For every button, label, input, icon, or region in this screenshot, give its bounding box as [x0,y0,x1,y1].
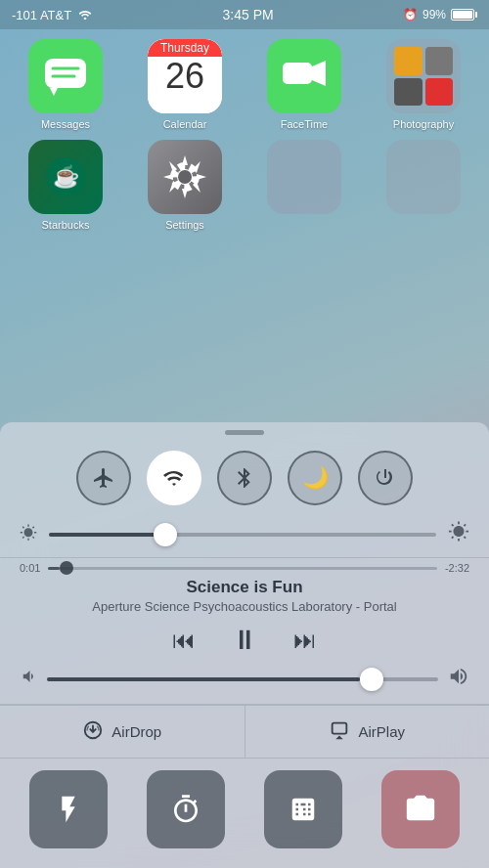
status-time: 3:45 PM [223,7,274,22]
music-previous-button[interactable]: ⏮ [172,627,196,654]
brightness-track[interactable] [49,533,436,537]
carrier-label: -101 AT&T [12,8,71,22]
bluetooth-toggle-button[interactable] [217,451,272,505]
calculator-button[interactable] [264,770,342,848]
photography-folder-icon [386,39,461,113]
do-not-disturb-button[interactable]: 🌙 [288,451,342,505]
app-photography-label: Photography [393,118,454,130]
app-settings-label: Settings [165,219,204,231]
calendar-day: 26 [165,57,204,96]
status-right: ⏰ 99% [403,8,477,22]
toggle-row: 🌙 [0,439,489,517]
app-starbucks[interactable]: ☕ Starbucks [8,140,123,231]
calendar-month: Thursday [148,39,222,57]
app-photography[interactable]: Photography [366,39,481,130]
status-bar: -101 AT&T 3:45 PM ⏰ 99% [0,0,489,29]
home-screen: -101 AT&T 3:45 PM ⏰ 99% [0,0,489,868]
brightness-min-icon [20,524,37,545]
music-current-time: 0:01 [20,562,40,574]
svg-point-0 [84,17,87,19]
airplane-mode-button[interactable] [76,451,131,505]
svg-marker-4 [312,61,326,86]
wifi-status-icon [77,8,93,22]
flashlight-button[interactable] [29,770,108,848]
svg-rect-3 [283,63,312,84]
battery-percent: 99% [422,8,446,22]
app-grid: Messages Thursday 26 Calendar FaceTime [0,29,489,240]
airdrop-button[interactable]: AirDrop [0,706,245,758]
alarm-icon: ⏰ [403,8,418,22]
svg-marker-13 [336,736,343,740]
music-pause-button[interactable]: ⏸ [231,624,258,656]
volume-min-icon [20,668,37,690]
airplay-label: AirPlay [358,723,405,740]
svg-text:☕: ☕ [53,163,80,190]
app-grey-3[interactable] [246,140,362,231]
app-messages[interactable]: Messages [8,39,123,130]
volume-track[interactable] [47,677,438,681]
app-starbucks-label: Starbucks [42,219,90,231]
battery-indicator [451,9,477,21]
music-end-time: -2:32 [445,562,469,574]
svg-point-10 [178,170,192,184]
quick-access-row [0,758,489,868]
music-progress-row: 0:01 -2:32 [20,562,469,574]
volume-max-icon [448,666,469,692]
brightness-slider-row [0,517,489,557]
airplay-button[interactable]: AirPlay [245,706,490,758]
music-progress-track[interactable] [48,567,437,570]
music-next-button[interactable]: ⏭ [293,627,317,654]
app-messages-label: Messages [41,118,90,130]
app-folder-2[interactable] [366,140,481,231]
rotation-lock-button[interactable] [358,451,413,505]
airdrop-icon [82,719,104,744]
drag-handle[interactable] [0,422,489,439]
app-calendar-label: Calendar [163,118,207,130]
svg-rect-12 [333,723,347,734]
music-section: 0:01 -2:32 Science is Fun Aperture Scien… [0,557,489,705]
airdrop-label: AirDrop [111,723,161,740]
app-facetime[interactable]: FaceTime [246,39,362,130]
music-controls: ⏮ ⏸ ⏭ [20,624,469,656]
svg-marker-2 [50,88,58,96]
service-row: AirDrop AirPlay [0,705,489,758]
music-title: Science is Fun [20,578,469,597]
app-settings[interactable]: Settings [127,140,243,231]
airplay-icon [329,719,350,744]
volume-row [20,666,469,696]
timer-button[interactable] [147,770,225,848]
wifi-toggle-button[interactable] [147,451,201,505]
svg-rect-1 [45,59,86,88]
music-artist: Aperture Science Psychoacoustics Laborat… [20,599,469,614]
brightness-max-icon [448,521,469,547]
app-facetime-label: FaceTime [281,118,329,130]
camera-quick-button[interactable] [381,770,460,848]
drag-handle-bar [225,430,264,435]
status-left: -101 AT&T [12,8,93,22]
control-center: 🌙 0:01 [0,422,489,868]
app-calendar[interactable]: Thursday 26 Calendar [127,39,243,130]
